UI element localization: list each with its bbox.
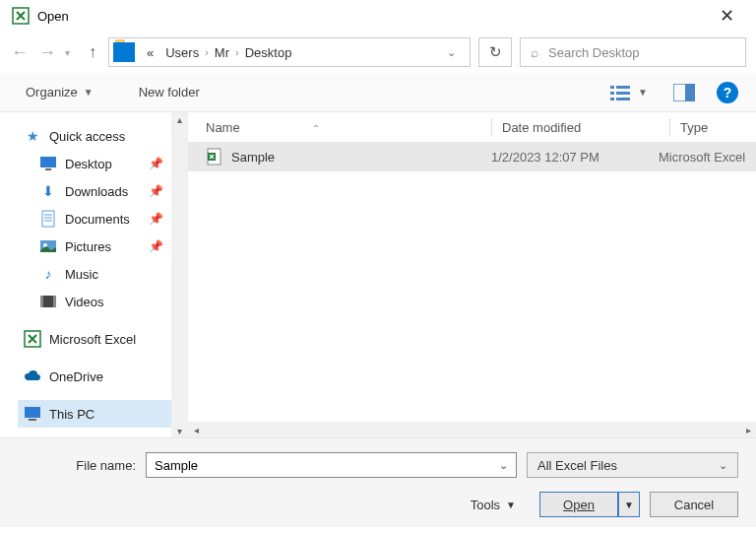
open-label: Open xyxy=(563,498,595,512)
pc-icon xyxy=(24,405,41,423)
open-split-button: Open ▼ xyxy=(539,492,640,517)
preview-pane-button[interactable] xyxy=(665,80,703,105)
desktop-item[interactable]: Desktop 📌 xyxy=(18,150,181,177)
scroll-right-icon[interactable]: ▸ xyxy=(740,425,756,435)
svg-rect-8 xyxy=(685,84,695,101)
sort-ascending-icon: ⌃ xyxy=(312,123,320,134)
cloud-icon xyxy=(24,367,41,385)
svg-rect-10 xyxy=(45,168,51,170)
pin-icon: 📌 xyxy=(149,184,163,198)
scroll-down-icon[interactable]: ▾ xyxy=(171,424,187,437)
file-type-filter[interactable]: All Excel Files ⌄ xyxy=(527,452,738,478)
scroll-up-icon[interactable]: ▴ xyxy=(171,112,187,126)
column-type[interactable]: Type xyxy=(680,120,756,135)
chevron-down-icon[interactable]: ⌄ xyxy=(499,459,508,472)
filename-label: File name: xyxy=(18,458,136,473)
recent-locations-dropdown[interactable]: ▾ xyxy=(65,47,77,58)
tools-dropdown[interactable]: Tools ▼ xyxy=(471,498,516,512)
refresh-button[interactable]: ↻ xyxy=(478,37,512,67)
up-button[interactable]: ↑ xyxy=(89,43,96,61)
tree-label: Microsoft Excel xyxy=(49,332,136,347)
videos-icon xyxy=(39,293,57,310)
search-input[interactable]: ⌕ Search Desktop xyxy=(520,37,746,67)
organize-button[interactable]: Organize ▼ xyxy=(18,81,101,103)
window-title: Open xyxy=(37,9,710,24)
tree-label: This PC xyxy=(49,407,94,422)
svg-rect-19 xyxy=(53,296,56,307)
back-button[interactable]: ← xyxy=(10,42,30,62)
documents-item[interactable]: Documents 📌 xyxy=(18,205,181,233)
breadcrumb-prefix: « xyxy=(141,45,159,60)
open-button[interactable]: Open xyxy=(539,492,618,517)
open-dropdown-button[interactable]: ▼ xyxy=(618,492,640,517)
microsoft-excel-item[interactable]: Microsoft Excel xyxy=(18,325,181,353)
forward-button[interactable]: → xyxy=(37,42,57,62)
file-row[interactable]: Sample 1/2/2023 12:07 PM Microsoft Excel xyxy=(188,142,756,171)
tree-label: Music xyxy=(65,267,98,282)
breadcrumb-desktop[interactable]: Desktop xyxy=(239,45,298,60)
breadcrumb-users[interactable]: Users xyxy=(159,45,205,60)
pictures-item[interactable]: Pictures 📌 xyxy=(18,233,181,260)
tree-label: Documents xyxy=(65,212,130,227)
tree-label: Downloads xyxy=(65,184,128,199)
filter-label: All Excel Files xyxy=(537,458,617,473)
tree-label: Desktop xyxy=(65,157,112,171)
file-list-pane: Name ⌃ Date modified Type Sample 1/2/202… xyxy=(187,112,756,437)
quick-access-item[interactable]: ★ Quick access xyxy=(18,122,181,150)
preview-pane-icon xyxy=(673,84,695,101)
close-button[interactable]: ✕ xyxy=(710,1,744,31)
address-bar[interactable]: « Users › Mr › Desktop ⌄ xyxy=(108,37,471,67)
svg-rect-5 xyxy=(610,98,614,100)
download-icon: ⬇ xyxy=(39,182,57,200)
chevron-down-icon: ▼ xyxy=(638,87,648,98)
music-item[interactable]: ♪ Music xyxy=(18,260,181,288)
downloads-item[interactable]: ⬇ Downloads 📌 xyxy=(18,177,181,205)
monitor-icon xyxy=(39,155,57,172)
column-headers: Name ⌃ Date modified Type xyxy=(188,112,756,142)
bottom-panel: File name: ⌄ All Excel Files ⌄ Tools ▼ O… xyxy=(0,437,756,527)
column-date[interactable]: Date modified xyxy=(502,120,669,135)
scroll-left-icon[interactable]: ◂ xyxy=(188,425,204,435)
breadcrumb-mr[interactable]: Mr xyxy=(209,45,235,60)
address-dropdown[interactable]: ⌄ xyxy=(437,46,466,59)
tools-label: Tools xyxy=(471,498,500,512)
tree-label: Pictures xyxy=(65,239,111,254)
view-options-button[interactable]: ▼ xyxy=(602,80,656,105)
navigation-bar: ← → ▾ ↑ « Users › Mr › Desktop ⌄ ↻ ⌕ Sea… xyxy=(0,32,756,73)
command-toolbar: Organize ▼ New folder ▼ ? xyxy=(0,73,756,112)
file-date: 1/2/2023 12:07 PM xyxy=(491,150,599,165)
cancel-label: Cancel xyxy=(674,498,714,512)
svg-rect-9 xyxy=(40,157,56,167)
pin-icon: 📌 xyxy=(149,239,163,253)
videos-item[interactable]: Videos xyxy=(18,288,181,315)
sidebar-scrollbar[interactable]: ▴ ▾ xyxy=(171,112,187,437)
view-details-icon xyxy=(610,84,632,101)
column-name[interactable]: Name ⌃ xyxy=(206,120,491,135)
chevron-down-icon: ▼ xyxy=(506,500,516,510)
svg-rect-6 xyxy=(616,98,630,100)
svg-rect-18 xyxy=(40,296,43,307)
pictures-icon xyxy=(39,237,57,255)
help-button[interactable]: ? xyxy=(717,82,738,103)
svg-rect-11 xyxy=(42,211,54,227)
file-type: Microsoft Excel xyxy=(659,150,745,165)
onedrive-item[interactable]: OneDrive xyxy=(18,363,181,390)
horizontal-scrollbar[interactable]: ◂ ▸ xyxy=(188,422,756,437)
file-name: Sample xyxy=(231,150,275,165)
pin-icon: 📌 xyxy=(149,157,163,170)
filename-input[interactable] xyxy=(155,458,499,473)
new-folder-button[interactable]: New folder xyxy=(131,81,208,103)
cancel-button[interactable]: Cancel xyxy=(650,492,738,517)
main-area: ★ Quick access Desktop 📌 ⬇ Downloads 📌 D… xyxy=(0,112,756,437)
new-folder-label: New folder xyxy=(139,85,200,100)
svg-rect-4 xyxy=(616,92,630,95)
this-pc-item[interactable]: This PC xyxy=(18,400,181,428)
column-type-label: Type xyxy=(680,120,708,135)
filename-combobox[interactable]: ⌄ xyxy=(146,452,517,478)
search-placeholder: Search Desktop xyxy=(548,45,640,60)
title-bar: Open ✕ xyxy=(0,0,756,32)
excel-app-icon xyxy=(12,7,30,25)
column-date-label: Date modified xyxy=(502,120,581,135)
search-icon: ⌕ xyxy=(531,44,538,60)
star-icon: ★ xyxy=(24,127,41,145)
